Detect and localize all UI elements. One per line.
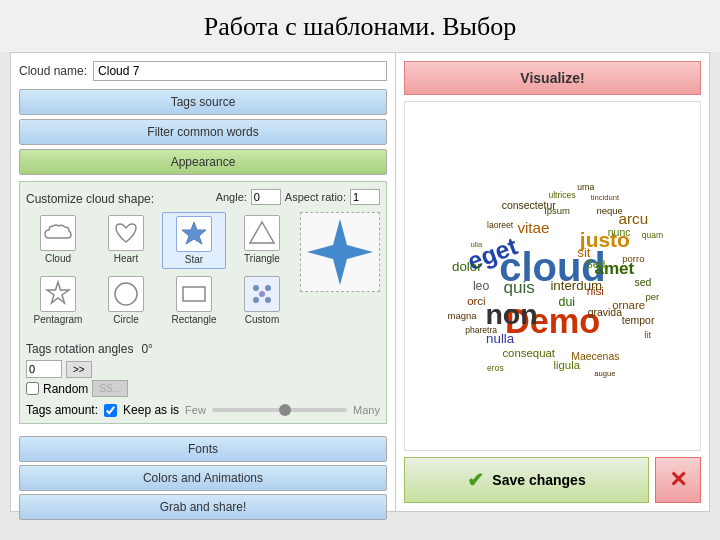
tags-amount-label: Tags amount: <box>26 403 98 417</box>
svg-text:quam: quam <box>642 230 663 240</box>
svg-rect-4 <box>183 287 205 301</box>
filter-common-tab[interactable]: Filter common words <box>19 119 387 145</box>
shape-star[interactable]: Star <box>162 212 226 269</box>
svg-text:lit: lit <box>644 329 651 340</box>
svg-text:tempor: tempor <box>622 315 655 326</box>
selected-shape-preview <box>300 212 380 292</box>
custom-label: Custom <box>245 314 279 325</box>
circle-icon <box>108 276 144 312</box>
close-button[interactable]: ✕ <box>655 457 701 503</box>
svg-text:arcu: arcu <box>619 210 649 227</box>
svg-text:magna: magna <box>448 310 478 321</box>
shape-rectangle[interactable]: Rectangle <box>162 273 226 328</box>
svg-point-3 <box>115 283 137 305</box>
shape-triangle[interactable]: Triangle <box>230 212 294 269</box>
random-label: Random <box>43 382 88 396</box>
angle-input[interactable] <box>251 189 281 205</box>
rotation-controls: >> <box>26 360 380 378</box>
customize-row: Customize cloud shape: Angle: Aspect rat… <box>26 188 380 206</box>
svg-marker-1 <box>250 222 274 243</box>
shapes-and-preview: Cloud Heart <box>26 212 380 334</box>
save-changes-button[interactable]: ✔ Save changes <box>404 457 649 503</box>
rotation-arrow-btn[interactable]: >> <box>66 361 92 378</box>
grab-tab[interactable]: Grab and share! <box>19 494 387 520</box>
left-panel: Cloud name: Tags source Filter common wo… <box>11 53 396 511</box>
svg-text:dui: dui <box>559 295 576 309</box>
star-label: Star <box>185 254 203 265</box>
svg-text:dolor: dolor <box>452 259 482 274</box>
cloud-name-label: Cloud name: <box>19 64 87 78</box>
circle-label: Circle <box>113 314 139 325</box>
svg-text:sed: sed <box>634 277 651 288</box>
cloud-icon <box>40 215 76 251</box>
save-label: Save changes <box>492 472 585 488</box>
svg-point-9 <box>259 291 265 297</box>
svg-text:nisi: nisi <box>587 285 604 297</box>
shapes-grid: Cloud Heart <box>26 212 294 328</box>
svg-text:pharetra: pharetra <box>465 325 497 335</box>
rotation-section: Tags rotation angles 0° >> Random SS... <box>26 338 380 397</box>
svg-text:vitae: vitae <box>517 219 549 236</box>
tags-slider[interactable] <box>212 408 347 412</box>
angle-label: Angle: <box>216 191 247 203</box>
word-cloud-area: cloud Demo non eget justo amet arcu vita… <box>404 101 701 451</box>
tags-amount-row: Tags amount: Keep as is Few Many <box>26 403 380 417</box>
svg-text:tincidunt: tincidunt <box>591 193 620 202</box>
save-row: ✔ Save changes ✕ <box>404 457 701 503</box>
svg-text:quis: quis <box>503 278 534 297</box>
cloud-name-input[interactable] <box>93 61 387 81</box>
shape-custom[interactable]: Custom <box>230 273 294 328</box>
svg-text:ulla: ulla <box>470 240 483 249</box>
aspect-label: Aspect ratio: <box>285 191 346 203</box>
rotation-degree: 0° <box>141 342 152 356</box>
triangle-label: Triangle <box>244 253 280 264</box>
svg-text:neque: neque <box>596 205 622 216</box>
svg-text:augue: augue <box>594 369 615 378</box>
angle-row: Angle: Aspect ratio: <box>216 189 380 205</box>
bottom-tabs: Fonts Colors and Animations Grab and sha… <box>19 430 387 520</box>
svg-point-7 <box>253 297 259 303</box>
few-label: Few <box>185 404 206 416</box>
random-checkbox[interactable] <box>26 382 39 395</box>
svg-text:Maecenas: Maecenas <box>571 351 619 362</box>
random-row: Random SS... <box>26 380 380 397</box>
shape-pentagram[interactable]: Pentagram <box>26 273 90 328</box>
shape-heart[interactable]: Heart <box>94 212 158 269</box>
svg-text:ornare: ornare <box>612 299 645 311</box>
svg-point-5 <box>253 285 259 291</box>
appearance-section: Customize cloud shape: Angle: Aspect rat… <box>19 181 387 424</box>
keep-as-is-label: Keep as is <box>123 403 179 417</box>
colors-tab[interactable]: Colors and Animations <box>19 465 387 491</box>
svg-text:consectetur: consectetur <box>502 200 557 211</box>
svg-text:nunc: nunc <box>608 227 631 238</box>
ss-button[interactable]: SS... <box>92 380 128 397</box>
triangle-icon <box>244 215 280 251</box>
shape-circle[interactable]: Circle <box>94 273 158 328</box>
svg-marker-10 <box>307 219 373 285</box>
visualize-button[interactable]: Visualize! <box>404 61 701 95</box>
tags-source-tab[interactable]: Tags source <box>19 89 387 115</box>
many-label: Many <box>353 404 380 416</box>
heart-icon <box>108 215 144 251</box>
svg-marker-2 <box>47 282 69 303</box>
cloud-name-row: Cloud name: <box>19 61 387 81</box>
custom-icon <box>244 276 280 312</box>
shape-cloud[interactable]: Cloud <box>26 212 90 269</box>
svg-text:urna: urna <box>577 182 594 192</box>
pentagram-icon <box>40 276 76 312</box>
keep-as-is-checkbox[interactable] <box>104 404 117 417</box>
rotation-input[interactable] <box>26 360 62 378</box>
aspect-input[interactable] <box>350 189 380 205</box>
star-icon <box>176 216 212 252</box>
fonts-tab[interactable]: Fonts <box>19 436 387 462</box>
svg-text:Sed: Sed <box>585 258 605 270</box>
rotation-label: Tags rotation angles <box>26 342 133 356</box>
svg-text:eros: eros <box>487 363 504 373</box>
svg-marker-0 <box>182 222 206 244</box>
right-panel: Visualize! cloud Demo non eget justo ame… <box>396 53 709 511</box>
svg-text:consequat: consequat <box>502 347 555 359</box>
cloud-label: Cloud <box>45 253 71 264</box>
close-icon: ✕ <box>669 467 687 493</box>
svg-point-8 <box>265 297 271 303</box>
appearance-tab[interactable]: Appearance <box>19 149 387 175</box>
